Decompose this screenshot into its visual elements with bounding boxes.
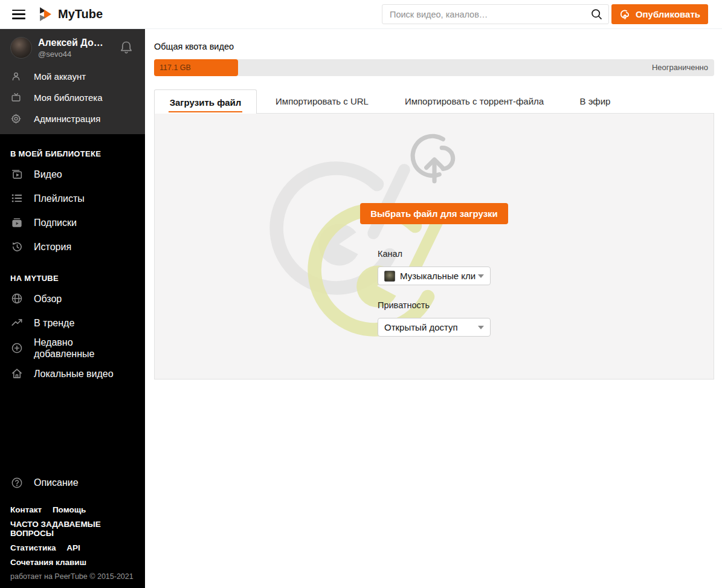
sidebar-item-label: Видео — [34, 169, 62, 180]
sidebar-item-recently-added[interactable]: Недавно добавленные — [0, 335, 145, 361]
channel-avatar — [384, 271, 395, 282]
playlist-icon — [10, 192, 24, 205]
footer-link-api[interactable]: API — [66, 543, 80, 552]
main-content: Общая квота видео 117.1 GB Неограниченно… — [145, 29, 722, 588]
about-label: Описание — [34, 477, 79, 488]
sidebar-item-local-videos[interactable]: Локальные видео — [0, 361, 145, 386]
footer-link-contact[interactable]: Контакт — [10, 505, 42, 514]
account-block: Алексей До… @sevo44 Мой аккаунт — [0, 29, 145, 134]
quota-label: Общая квота видео — [154, 42, 714, 51]
copyright: © 2015-2021 — [89, 572, 133, 581]
globe-icon — [10, 292, 24, 305]
app-title: MyTube — [58, 7, 103, 21]
chevron-down-icon — [478, 326, 484, 329]
channel-selected-value: Музыкальные клип — [400, 271, 475, 281]
powered-by: работает на PeerTube © 2015-2021 — [10, 572, 135, 581]
quota-progress-bar: 117.1 GB Неограниченно — [154, 59, 714, 76]
search-box — [382, 4, 609, 24]
sidebar-item-videos[interactable]: Видео — [0, 162, 145, 186]
sidebar-item-label: Моя библиотека — [34, 92, 103, 103]
sidebar-item-label: Обзор — [34, 293, 62, 305]
upload-cloud-icon — [619, 9, 631, 20]
user-handle: @sevo44 — [38, 50, 117, 59]
tab-upload-file[interactable]: Загрузить файл — [154, 89, 257, 114]
quota-used-value: 117.1 GB — [160, 59, 191, 76]
sidebar-item-label: Администрация — [34, 114, 100, 124]
footer-link-help[interactable]: Помощь — [53, 505, 86, 514]
publish-button[interactable]: Опубликовать — [611, 4, 708, 24]
plus-circle-icon — [10, 341, 24, 355]
upload-tabs: Загрузить файл Импортировать с URL Импор… — [154, 89, 714, 113]
sidebar-item-label: Мой аккаунт — [34, 71, 86, 82]
upload-panel: Выбрать файл для загрузки Канал Музыкаль… — [154, 113, 714, 380]
sidebar-item-label: Подписки — [34, 217, 77, 228]
channel-label: Канал — [378, 249, 491, 259]
privacy-label: Приватность — [378, 300, 491, 310]
sidebar-section-title-instance: НА MYTUBE — [0, 259, 145, 286]
user-icon — [10, 71, 22, 82]
privacy-selected-value: Открытый доступ — [384, 322, 475, 332]
sidebar-item-history[interactable]: История — [0, 234, 145, 259]
footer-link-faq[interactable]: ЧАСТО ЗАДАВАЕМЫЕ ВОПРОСЫ — [10, 520, 101, 538]
search-icon[interactable] — [590, 8, 603, 21]
video-icon — [10, 167, 24, 181]
search-input[interactable] — [382, 4, 609, 24]
sidebar-section-title-library: В МОЕЙ БИБЛИОТЕКЕ — [0, 134, 145, 162]
sidebar-item-my-library[interactable]: Моя библиотека — [0, 87, 145, 108]
sidebar-item-label: Недавно добавленные — [34, 337, 112, 360]
hamburger-icon[interactable] — [12, 10, 25, 19]
footer-link-shortcuts[interactable]: Сочетания клавиш — [10, 558, 86, 567]
sidebar-item-label: Локальные видео — [34, 368, 114, 380]
user-info[interactable]: Алексей До… @sevo44 — [38, 37, 117, 59]
sidebar-item-label: Плейлисты — [34, 193, 85, 204]
sidebar: Алексей До… @sevo44 Мой аккаунт — [0, 29, 145, 588]
chevron-down-icon — [478, 274, 484, 278]
peertube-link[interactable]: работает на PeerTube — [10, 572, 88, 581]
avatar[interactable] — [10, 37, 32, 59]
sidebar-item-label: История — [34, 241, 71, 253]
bell-icon[interactable] — [119, 40, 134, 56]
sidebar-item-my-account[interactable]: Мой аккаунт — [0, 66, 145, 87]
publish-label: Опубликовать — [636, 9, 700, 19]
tab-import-url[interactable]: Импортировать с URL — [257, 89, 387, 113]
tab-import-torrent[interactable]: Импортировать с торрент-файла — [387, 89, 561, 113]
trending-icon — [10, 316, 24, 329]
sidebar-item-label: В тренде — [34, 317, 74, 329]
user-name: Алексей До… — [38, 37, 117, 48]
gear-icon — [10, 113, 22, 124]
subscriptions-icon — [10, 216, 24, 229]
home-icon — [10, 367, 24, 380]
sidebar-footer: Описание Контакт Помощь ЧАСТО ЗАДАВАЕМЫЕ… — [0, 476, 145, 588]
sidebar-item-playlists[interactable]: Плейлисты — [0, 186, 145, 210]
play-logo-icon — [38, 7, 53, 22]
sidebar-item-trending[interactable]: В тренде — [0, 311, 145, 335]
privacy-select[interactable]: Открытый доступ — [378, 318, 491, 337]
history-icon — [10, 240, 24, 253]
sidebar-item-discover[interactable]: Обзор — [0, 286, 145, 311]
sidebar-item-administration[interactable]: Администрация — [0, 108, 145, 129]
sidebar-item-subscriptions[interactable]: Подписки — [0, 210, 145, 234]
top-bar: MyTube Опубликовать — [0, 0, 722, 29]
select-file-button[interactable]: Выбрать файл для загрузки — [360, 203, 508, 224]
footer-link-stats[interactable]: Статистика — [10, 543, 56, 552]
app-logo[interactable]: MyTube — [38, 7, 103, 22]
quota-limit-value: Неограниченно — [652, 59, 708, 76]
question-circle-icon — [10, 476, 24, 489]
tab-go-live[interactable]: В эфир — [561, 89, 629, 113]
upload-cloud-icon — [403, 129, 466, 189]
tv-icon — [10, 92, 22, 103]
channel-select[interactable]: Музыкальные клип — [378, 267, 491, 285]
sidebar-item-about[interactable]: Описание — [10, 476, 135, 489]
